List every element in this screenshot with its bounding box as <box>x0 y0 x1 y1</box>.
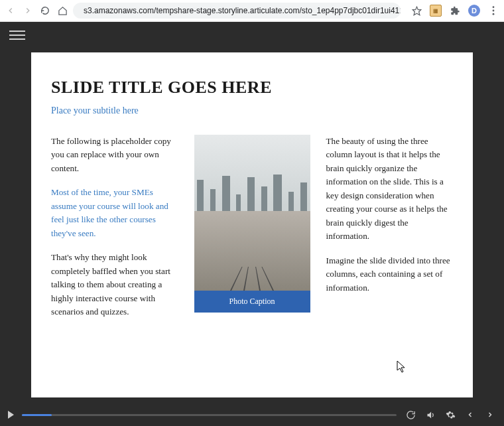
col1-p1: The following is placeholder copy you ca… <box>51 135 178 175</box>
slide-subtitle: Place your subtitle here <box>51 106 453 116</box>
play-button[interactable] <box>8 411 14 419</box>
seekbar-progress <box>22 414 52 416</box>
browser-toolbar: s3.amazonaws.com/tempshare-stage.storyli… <box>0 0 504 22</box>
col1-p2: Most of the time, your SMEs assume your … <box>51 186 178 240</box>
column-center: Photo Caption <box>194 135 310 329</box>
volume-button[interactable] <box>424 409 436 421</box>
kebab-menu-icon[interactable] <box>487 4 500 17</box>
col1-p3: That's why they might look completely ba… <box>51 251 178 319</box>
column-left: The following is placeholder copy you ca… <box>51 135 178 329</box>
reload-button[interactable] <box>38 4 52 17</box>
extension-icon[interactable]: ▦ <box>430 5 442 17</box>
seekbar[interactable] <box>22 414 397 416</box>
menu-button[interactable] <box>9 29 25 42</box>
back-button[interactable] <box>4 4 17 17</box>
forward-button[interactable] <box>21 4 34 17</box>
column-right: The beauty of using the three column lay… <box>326 135 454 329</box>
profile-avatar[interactable]: D <box>468 5 480 17</box>
slide-title: SLIDE TITLE GOES HERE <box>51 78 453 98</box>
home-button[interactable] <box>56 4 69 17</box>
photo-caption: Photo Caption <box>194 291 310 313</box>
player-controls <box>0 403 504 426</box>
replay-button[interactable] <box>405 409 416 421</box>
extensions-puzzle-icon[interactable] <box>448 4 462 17</box>
photo-placeholder <box>194 135 310 291</box>
star-icon[interactable] <box>410 4 423 17</box>
svg-marker-0 <box>412 7 421 15</box>
course-player: SLIDE TITLE GOES HERE Place your subtitl… <box>0 22 504 426</box>
content-columns: The following is placeholder copy you ca… <box>51 135 453 329</box>
svg-point-2 <box>493 10 495 12</box>
settings-button[interactable] <box>444 409 456 421</box>
next-button[interactable] <box>484 409 496 421</box>
col3-p2: Imagine the slide divided into three col… <box>326 254 454 295</box>
col3-p1: The beauty of using the three column lay… <box>326 135 454 244</box>
svg-point-3 <box>493 13 495 15</box>
slide: SLIDE TITLE GOES HERE Place your subtitl… <box>31 52 473 397</box>
url-text: s3.amazonaws.com/tempshare-stage.storyli… <box>84 6 401 15</box>
address-bar[interactable]: s3.amazonaws.com/tempshare-stage.storyli… <box>73 3 401 19</box>
prev-button[interactable] <box>464 409 476 421</box>
svg-point-1 <box>493 6 495 8</box>
